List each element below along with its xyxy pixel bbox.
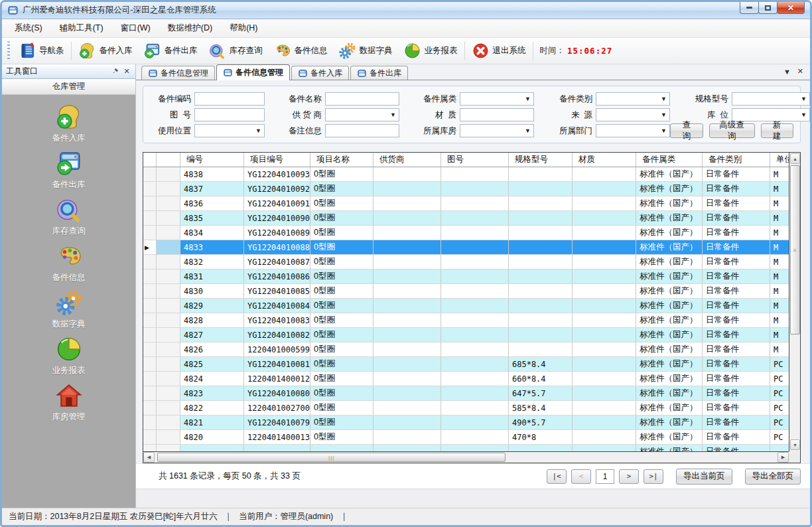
- table-row[interactable]: ▶4833YG122040100880型圈标准件（国产）日常备件M: [143, 240, 789, 255]
- warehouse-panel-title[interactable]: 仓库管理: [2, 79, 135, 95]
- vertical-scrollbar[interactable]: ▲ ≡ ▼: [789, 153, 800, 451]
- table-row[interactable]: 4832YG122040100870型圈标准件（国产）日常备件M: [143, 255, 789, 269]
- sidebar-item-data-dictionary[interactable]: 数据字典: [29, 289, 109, 333]
- table-row[interactable]: 4837YG122040100920型圈标准件（国产）日常备件M: [143, 182, 789, 196]
- drawing-no-field[interactable]: [194, 108, 265, 121]
- prev-page-button[interactable]: <: [571, 469, 591, 484]
- scroll-down-icon[interactable]: ▼: [790, 439, 800, 450]
- part-code-field[interactable]: [194, 92, 265, 106]
- advanced-query-button[interactable]: 高级查询: [709, 123, 755, 138]
- header-unit[interactable]: 单位: [770, 153, 789, 167]
- header-project-name[interactable]: 项目名称: [310, 153, 373, 167]
- menu-item-system[interactable]: 系统(S): [6, 20, 51, 37]
- header-project-code[interactable]: 项目编号: [244, 153, 310, 167]
- toolbar-parts-outbound-button[interactable]: 备件出库: [138, 40, 203, 62]
- new-button[interactable]: 新建: [761, 123, 794, 138]
- part-attr-select[interactable]: ▼: [460, 92, 534, 106]
- table-row[interactable]: 4828YG122040100830型圈标准件（国产）日常备件M: [143, 313, 789, 328]
- header-supplier[interactable]: 供货商: [373, 153, 441, 167]
- maximize-button[interactable]: [758, 2, 778, 14]
- scroll-left-icon[interactable]: ◀: [143, 452, 155, 463]
- cell-selector: [157, 211, 180, 225]
- table-row[interactable]: 482412204014000120型圈660*8.4标准件（国产）日常备件PC: [143, 372, 789, 386]
- table-row[interactable]: 482212204010027000型圈585*8.4标准件（国产）日常备件PC: [143, 401, 789, 415]
- table-row[interactable]: 4827YG122040100820型圈标准件（国产）日常备件M: [143, 328, 789, 342]
- sidebar-item-parts-inbound[interactable]: 备件入库: [29, 103, 109, 147]
- tab-parts-outbound[interactable]: 备件出库: [350, 66, 408, 80]
- sidebar-item-business-report[interactable]: 业务报表: [29, 335, 109, 379]
- first-page-button[interactable]: |<: [547, 469, 567, 484]
- toolbar-grip[interactable]: [7, 41, 10, 61]
- toolbar-navigator-button[interactable]: 导航条: [13, 40, 70, 62]
- table-row[interactable]: 4834YG122040100890型圈标准件（国产）日常备件M: [143, 226, 789, 240]
- header-spec[interactable]: 规格型号: [509, 153, 573, 167]
- toolbar-stock-query-button[interactable]: 库存查询: [203, 40, 268, 62]
- toolbar-separator: [533, 42, 533, 60]
- tab-list-dropdown-icon[interactable]: ▼: [783, 68, 791, 76]
- header-id[interactable]: 编号: [180, 153, 244, 167]
- material-field[interactable]: [460, 108, 534, 121]
- menu-item-window[interactable]: 窗口(W): [112, 20, 159, 37]
- toolbar-business-report-button[interactable]: 业务报表: [398, 40, 463, 62]
- horizontal-scrollbar[interactable]: ◀ ||| ▶: [143, 451, 789, 463]
- cell-supplier: [373, 255, 441, 269]
- department-select[interactable]: ▼: [596, 124, 670, 137]
- export-current-page-button[interactable]: 导出当前页: [676, 469, 732, 485]
- header-attr[interactable]: 备件属类: [636, 153, 703, 167]
- warehouse-select[interactable]: ▼: [460, 124, 534, 137]
- table-row[interactable]: 4835YG122040100900型圈标准件（国产）日常备件M: [143, 211, 789, 226]
- pin-icon[interactable]: [110, 67, 119, 76]
- usage-position-select[interactable]: ▼: [194, 124, 265, 137]
- table-row[interactable]: 482612204010005990型圈标准件（国产）日常备件M: [143, 342, 789, 357]
- query-button[interactable]: 查询: [670, 123, 703, 138]
- last-page-button[interactable]: >|: [643, 469, 663, 484]
- vertical-scroll-thumb[interactable]: ≡: [790, 165, 800, 335]
- export-all-pages-button[interactable]: 导出全部页: [745, 469, 801, 485]
- table-row[interactable]: 4821YG122040100790型圈490*5.7标准件（国产）日常备件PC: [143, 415, 789, 430]
- table-row[interactable]: 4823YG122040100800型圈647*5.7标准件（国产）日常备件PC: [143, 386, 789, 401]
- part-name-field[interactable]: [325, 92, 399, 106]
- toolbar-parts-info-button[interactable]: 备件信息: [268, 40, 333, 62]
- part-category-select[interactable]: ▼: [596, 92, 670, 106]
- sidebar-item-parts-info[interactable]: 备件信息: [29, 242, 109, 286]
- scroll-up-icon[interactable]: ▲: [790, 153, 800, 164]
- menu-item-help[interactable]: 帮助(H): [221, 20, 266, 37]
- sidebar-item-stock-query[interactable]: 库存查询: [29, 196, 109, 240]
- sidebar-item-warehouse-manage[interactable]: 库房管理: [29, 382, 109, 425]
- table-row[interactable]: 4831YG122040100860型圈标准件（国产）日常备件M: [143, 269, 789, 284]
- spec-model-select[interactable]: ▼: [732, 92, 810, 106]
- tab-close-icon[interactable]: ✕: [797, 67, 803, 76]
- tab-parts-inbound[interactable]: 备件入库: [291, 66, 349, 80]
- header-material[interactable]: 材质: [573, 153, 636, 167]
- status-bar: 当前日期：2013年8月2日星期五 农历癸巳[蛇]年六月廿六 ｜ 当前用户：管理…: [2, 508, 810, 525]
- toolbar-data-dictionary-button[interactable]: 数据字典: [333, 40, 398, 62]
- sidebar-item-parts-outbound[interactable]: 备件出库: [29, 149, 109, 193]
- supplier-select[interactable]: ▼: [325, 108, 399, 121]
- table-row[interactable]: 482012204014000130型圈470*8标准件（国产）日常备件PC: [143, 430, 789, 445]
- table-row[interactable]: 标准件（国产）日常备件: [143, 445, 789, 451]
- source-select[interactable]: ▼: [596, 108, 670, 121]
- scroll-right-icon[interactable]: ▶: [778, 452, 789, 463]
- page-number-input[interactable]: 1: [596, 469, 614, 484]
- toolbar-exit-system-button[interactable]: 退出系统: [466, 40, 531, 62]
- toolbar-parts-inbound-button[interactable]: 备件入库: [73, 40, 138, 62]
- table-row[interactable]: 4836YG122040100910型圈标准件（国产）日常备件M: [143, 196, 789, 211]
- header-category[interactable]: 备件类别: [703, 153, 770, 167]
- next-page-button[interactable]: >: [619, 469, 639, 484]
- table-row[interactable]: 4830YG122040100850型圈标准件（国产）日常备件M: [143, 284, 789, 299]
- table-row[interactable]: 4829YG122040100840型圈标准件（国产）日常备件M: [143, 299, 789, 313]
- table-row[interactable]: 4825YG122040100810型圈685*8.4标准件（国产）日常备件PC: [143, 357, 789, 372]
- tab-parts-info-manage-1[interactable]: 备件信息管理: [141, 66, 215, 80]
- table-row[interactable]: 4838YG122040100930型圈标准件（国产）日常备件M: [143, 167, 789, 182]
- tab-parts-info-manage-2[interactable]: 备件信息管理: [216, 64, 290, 80]
- header-indicator: [143, 153, 157, 167]
- minimize-button[interactable]: [740, 2, 759, 14]
- remark-field[interactable]: [325, 124, 399, 137]
- horizontal-scroll-thumb[interactable]: |||: [157, 453, 506, 462]
- sidebar-close-icon[interactable]: ✕: [122, 67, 131, 76]
- data-dictionary-icon: [338, 42, 356, 60]
- menu-item-data-maintenance[interactable]: 数据维护(D): [159, 20, 221, 37]
- close-button[interactable]: ✕: [777, 2, 805, 14]
- header-drawing-no[interactable]: 图号: [441, 153, 509, 167]
- menu-item-aux-tools[interactable]: 辅助工具(T): [51, 20, 112, 37]
